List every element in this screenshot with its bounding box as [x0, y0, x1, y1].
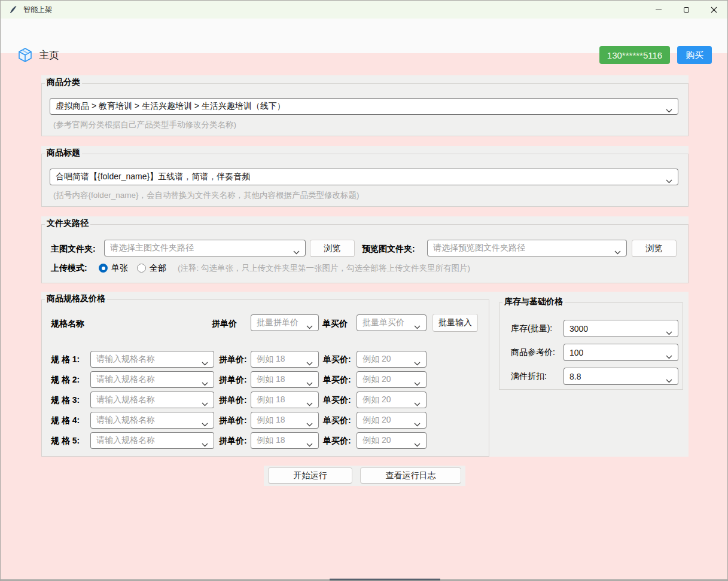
row-group-price-label: 拼单价: — [219, 415, 247, 426]
app-feather-icon — [8, 5, 18, 14]
stock-field-combobox[interactable]: 8.8 — [563, 368, 678, 385]
title-value: 合唱简谱【{folder_name}】五线谱，简谱，伴奏音频 — [56, 172, 250, 182]
single-price-placeholder: 例如 20 — [363, 374, 391, 385]
chevron-down-icon — [666, 105, 672, 115]
start-run-button[interactable]: 开始运行 — [268, 467, 352, 484]
spec-row-label: 规 格 2: — [51, 375, 80, 386]
chevron-down-icon — [614, 246, 621, 257]
category-section: 商品分类 虚拟商品 > 教育培训 > 生活兴趣培训 > 生活兴趣培训（线下） (… — [41, 75, 689, 136]
single-price-placeholder: 例如 20 — [363, 395, 391, 405]
spec-name-combobox[interactable]: 请输入规格名称 — [90, 432, 214, 449]
chevron-down-icon — [202, 357, 208, 368]
group-price-combobox[interactable]: 例如 18 — [251, 371, 319, 388]
upload-mode-label: 上传模式: — [51, 263, 87, 274]
title-hint: (括号内容{folder_name}，会自动替换为文件夹名称，其他内容根据产品类… — [53, 190, 360, 201]
single-price-combobox[interactable]: 例如 20 — [357, 371, 427, 388]
spec-name-combobox[interactable]: 请输入规格名称 — [90, 371, 214, 388]
group-price-combobox[interactable]: 例如 18 — [251, 392, 319, 408]
single-price-placeholder: 例如 20 — [363, 354, 391, 365]
batch-single-price-combobox[interactable]: 批量单买价 — [357, 314, 427, 331]
spec-name-placeholder: 请输入规格名称 — [96, 354, 155, 365]
buy-button[interactable]: 购买 — [677, 46, 712, 64]
single-price-placeholder: 例如 20 — [363, 415, 391, 426]
account-phone-button[interactable]: 130******5116 — [599, 46, 670, 64]
radio-single[interactable] — [99, 264, 108, 273]
preview-folder-placeholder: 请选择预览图文件夹路径 — [433, 243, 525, 253]
chevron-down-icon — [202, 418, 208, 429]
stock-field-label: 满件折扣: — [511, 371, 547, 382]
browse-preview-button[interactable]: 浏览 — [632, 240, 677, 257]
chevron-down-icon — [306, 398, 313, 409]
row-group-price-label: 拼单价: — [219, 375, 247, 386]
chevron-down-icon — [414, 378, 421, 389]
radio-all-label[interactable]: 全部 — [150, 263, 166, 274]
preview-folder-combobox[interactable]: 请选择预览图文件夹路径 — [427, 240, 627, 256]
stock-field-value: 8.8 — [569, 372, 581, 381]
row-single-price-label: 单买价: — [323, 375, 351, 386]
maximize-button[interactable] — [672, 1, 700, 19]
spec-section: 商品规格及价格 规格名称 拼单价 批量拼单价 单买价 批量单买价 批量输入 规 … — [41, 292, 489, 457]
main-folder-label: 主图文件夹: — [51, 244, 96, 255]
chevron-down-icon — [202, 378, 208, 389]
spec-name-combobox[interactable]: 请输入规格名称 — [90, 392, 214, 408]
group-price-combobox[interactable]: 例如 18 — [251, 351, 319, 368]
row-group-price-label: 拼单价: — [219, 395, 247, 406]
radio-all[interactable] — [137, 264, 146, 273]
row-group-price-label: 拼单价: — [219, 436, 247, 447]
chevron-down-icon — [306, 321, 313, 332]
group-price-header: 拼单价 — [212, 319, 237, 329]
spec-row-label: 规 格 3: — [51, 395, 80, 406]
group-price-combobox[interactable]: 例如 18 — [251, 412, 319, 429]
single-price-combobox[interactable]: 例如 20 — [357, 432, 427, 449]
page-title: 主页 — [39, 48, 59, 62]
single-price-combobox[interactable]: 例如 20 — [357, 392, 427, 408]
spec-name-combobox[interactable]: 请输入规格名称 — [90, 412, 214, 429]
batch-input-button[interactable]: 批量输入 — [432, 314, 478, 332]
title-combobox[interactable]: 合唱简谱【{folder_name}】五线谱，简谱，伴奏音频 — [50, 169, 678, 185]
spec-name-combobox[interactable]: 请输入规格名称 — [90, 351, 214, 368]
chevron-down-icon — [414, 357, 421, 368]
spec-row-label: 规 格 1: — [51, 354, 80, 365]
main-folder-combobox[interactable]: 请选择主图文件夹路径 — [104, 240, 306, 256]
chevron-down-icon — [306, 439, 313, 449]
stock-section-title: 库存与基础价格 — [502, 296, 565, 307]
folder-section-title: 文件夹路径 — [45, 218, 90, 229]
minimize-button[interactable] — [645, 1, 672, 19]
lower-band: 商品规格及价格 规格名称 拼单价 批量拼单价 单买价 批量单买价 批量输入 规 … — [41, 292, 689, 457]
main-folder-placeholder: 请选择主图文件夹路径 — [110, 243, 194, 253]
stock-section: 库存与基础价格 库存(批量): 3000 商品参考价: 100 满件折扣: 8.… — [499, 295, 683, 390]
view-log-button[interactable]: 查看运行日志 — [360, 467, 461, 484]
spec-row-label: 规 格 4: — [51, 415, 80, 426]
spec-name-header: 规格名称 — [51, 319, 84, 329]
stock-field-combobox[interactable]: 100 — [563, 344, 678, 361]
single-price-combobox[interactable]: 例如 20 — [357, 351, 427, 368]
chevron-down-icon — [306, 378, 313, 389]
row-group-price-label: 拼单价: — [219, 354, 247, 365]
spec-row-label: 规 格 5: — [51, 436, 80, 447]
taskbar-peek — [330, 579, 440, 580]
stock-field-label: 库存(批量): — [511, 323, 552, 334]
chevron-down-icon — [414, 398, 421, 409]
browse-main-button[interactable]: 浏览 — [310, 240, 355, 257]
chevron-down-icon — [666, 351, 672, 362]
radio-single-label[interactable]: 单张 — [111, 263, 128, 274]
batch-single-price-placeholder: 批量单买价 — [363, 317, 404, 328]
chevron-down-icon — [666, 175, 672, 186]
stock-field-combobox[interactable]: 3000 — [563, 320, 678, 337]
category-combobox[interactable]: 虚拟商品 > 教育培训 > 生活兴趣培训 > 生活兴趣培训（线下） — [50, 98, 678, 115]
row-single-price-label: 单买价: — [323, 395, 351, 406]
single-price-combobox[interactable]: 例如 20 — [357, 412, 427, 429]
group-price-placeholder: 例如 18 — [257, 374, 285, 385]
group-price-placeholder: 例如 18 — [257, 435, 285, 446]
preview-folder-label: 预览图文件夹: — [362, 244, 415, 255]
chevron-down-icon — [666, 375, 672, 386]
title-section-title: 商品标题 — [45, 148, 82, 158]
single-price-placeholder: 例如 20 — [363, 435, 391, 446]
close-button[interactable] — [700, 1, 727, 19]
batch-group-price-combobox[interactable]: 批量拼单价 — [251, 314, 319, 331]
chevron-down-icon — [202, 439, 208, 449]
category-section-title: 商品分类 — [45, 77, 82, 88]
group-price-placeholder: 例如 18 — [257, 354, 285, 365]
group-price-combobox[interactable]: 例如 18 — [251, 432, 319, 449]
title-bar: 智能上架 — [1, 1, 727, 19]
